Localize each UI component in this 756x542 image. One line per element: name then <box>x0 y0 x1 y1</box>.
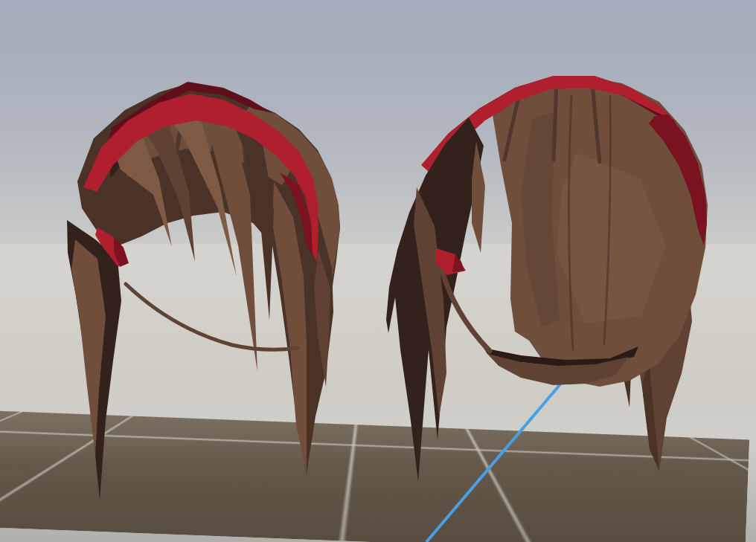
hair-model-left[interactable] <box>67 82 340 500</box>
3d-viewport <box>0 0 756 542</box>
scene-layer <box>0 0 756 542</box>
wisp-strand <box>126 284 298 349</box>
hair-model-right[interactable] <box>386 76 708 482</box>
